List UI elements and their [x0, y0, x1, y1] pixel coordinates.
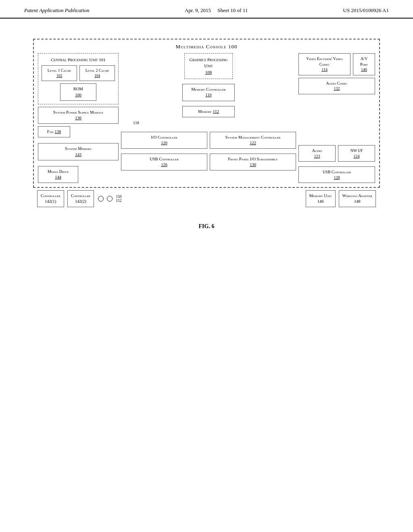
- panel-right: Video Encoder/ Video Codec 114 A/V Port …: [298, 53, 375, 183]
- gpu-block: Graphics Processing Unit 108: [184, 53, 233, 79]
- system-memory-block: System Memory 143: [38, 143, 119, 160]
- av-port-block: A/V Port 140: [353, 53, 375, 75]
- usb-controller-126-block: USB Controller 126: [121, 154, 207, 170]
- cpu-title: Central Processing Unit 101: [42, 57, 115, 63]
- diagram-inner-layout: Central Processing Unit 101 Level 1 Cach…: [38, 53, 375, 183]
- media-drive-block: Media Drive 144: [38, 166, 78, 183]
- connector-152-circle: [107, 196, 113, 202]
- header-date-sheet: Apr. 9, 2015 Sheet 10 of 11: [185, 7, 248, 14]
- bus-ref-label: 118: [133, 121, 139, 125]
- header-publication-type: Patent Application Publication: [24, 7, 90, 14]
- controller-142-2-block: Controller 142(2): [67, 190, 94, 207]
- multimedia-console-title: Multimedia Console 100: [38, 44, 375, 50]
- multimedia-console-box: Multimedia Console 100 Central Processin…: [33, 39, 380, 188]
- fan-block: Fan 138: [38, 126, 70, 137]
- figure-caption: FIG. 6: [199, 223, 215, 230]
- panel-left: Central Processing Unit 101 Level 1 Cach…: [38, 53, 119, 183]
- diagram-area: Multimedia Console 100 Central Processin…: [33, 39, 380, 207]
- memory-unit-block: Memory Unit 146: [306, 190, 336, 207]
- main-content: Multimedia Console 100 Central Processin…: [0, 19, 413, 242]
- l2-cache-block: Level 2 Cache 104: [79, 65, 115, 81]
- audio-nw-row: Audio 123 NW I/F 124: [298, 145, 375, 162]
- header-patent-number: US 2015/0100926 A1: [343, 7, 389, 14]
- memory-controller-block: Memory Controller 110: [182, 84, 235, 101]
- ext-right-memory-wireless: Memory Unit 146 Wireless Adapter 148: [306, 190, 376, 207]
- page-header: Patent Application Publication Apr. 9, 2…: [0, 0, 413, 19]
- right-spacer: [298, 97, 375, 111]
- memory-block: Memory 112: [182, 106, 235, 117]
- front-panel-block: Front Panel I/O Subassembly 130: [210, 154, 296, 170]
- io-sysmgmt-row: I/O Controller 120 System Management Con…: [121, 132, 296, 149]
- rom-block: ROM 106: [60, 83, 96, 100]
- connector-152-label: 152: [116, 199, 121, 203]
- audio-codec-block: Audio Codec 132: [298, 78, 375, 94]
- usb-frontpanel-row: USB Controller 126 Front Panel I/O Subas…: [121, 154, 296, 170]
- controller-142-1-block: Controller 142(1): [37, 190, 64, 207]
- video-av-row: Video Encoder/ Video Codec 114 A/V Port …: [298, 53, 375, 75]
- panel-mid: Graphics Processing Unit 108 Memory Cont…: [121, 53, 296, 183]
- l1-cache-block: Level 1 Cache 102: [42, 65, 77, 81]
- ext-left-controllers: Controller 142(1) Controller 142(2) 150 …: [37, 190, 122, 207]
- cpu-block: Central Processing Unit 101 Level 1 Cach…: [38, 53, 119, 104]
- header-date: Apr. 9, 2015: [185, 7, 211, 13]
- wireless-adapter-block: Wireless Adapter 148: [339, 190, 376, 207]
- io-controller-block: I/O Controller 120: [121, 132, 207, 149]
- external-items-area: Controller 142(1) Controller 142(2) 150 …: [33, 190, 380, 207]
- audio-block: Audio 123: [298, 145, 336, 162]
- nw-if-block: NW I/F 124: [338, 145, 375, 162]
- connector-150-circle: [98, 196, 104, 202]
- cpu-caches: Level 1 Cache 102 Level 2 Cache 104: [42, 65, 115, 81]
- header-sheet: Sheet 10 of 11: [217, 7, 248, 13]
- connectors-area: 150 152: [97, 190, 121, 207]
- video-encoder-block: Video Encoder/ Video Codec 114: [298, 53, 350, 75]
- usb-controller-128-block: USB Controller 128: [298, 166, 375, 183]
- connector-150-label: 150: [116, 195, 121, 199]
- system-power-block: System Power Supply Module 136: [38, 107, 119, 124]
- sys-mgmt-controller-block: System Management Controller 122: [210, 132, 296, 149]
